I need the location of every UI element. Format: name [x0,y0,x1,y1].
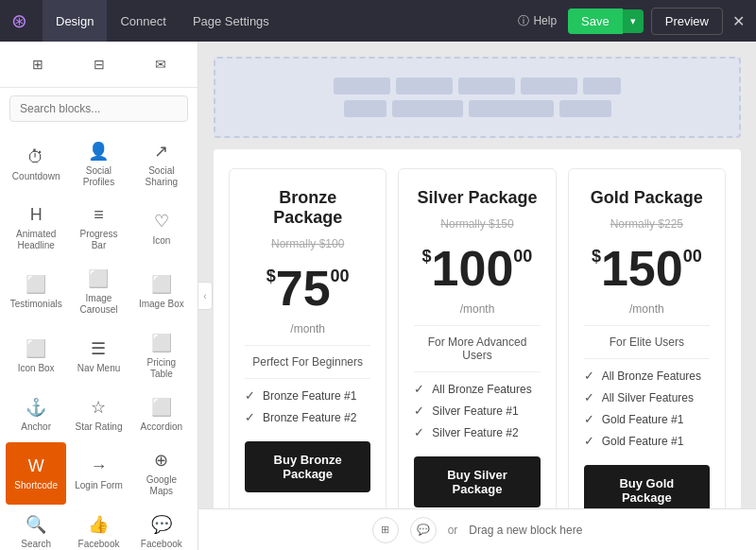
social-profiles-icon: 👤 [88,141,109,162]
sidebar-item-label-shortcode: Shortcode [14,480,58,491]
feature-text: Gold Feature #1 [602,435,684,448]
card-normally-gold: Normally $225 [584,217,710,231]
sidebar-item-icon[interactable]: ♡ Icon [131,198,192,259]
sidebar-item-label-nav-menu: Nav Menu [77,363,121,374]
canvas-bottom-bar: ⊞ 💬 or Drag a new block here [198,508,756,550]
sidebar-item-shortcode[interactable]: W Shortcode [6,442,66,505]
card-features-bronze: ✓ Bronze Feature #1 ✓ Bronze Feature #2 [245,378,370,424]
blocks-grid: ⏱ Countdown 👤 Social Profiles ↗ Social S… [0,129,198,550]
card-per-month-bronze: /month [245,322,370,335]
help-button[interactable]: ⓘ Help [518,13,557,29]
card-desc-gold: For Elite Users [584,325,710,349]
price-dollar: $ [266,267,276,284]
help-icon: ⓘ [518,13,529,29]
sidebar-item-nav-menu[interactable]: ☰ Nav Menu [68,325,129,387]
sidebar-item-testimonials[interactable]: ⬜ Testimonials [6,261,66,323]
feature-text: Silver Feature #2 [432,426,518,439]
sidebar-icon-btn-2[interactable]: ⊟ [69,49,129,79]
sidebar-item-progress-bar[interactable]: ≡ Progress Bar [68,198,129,259]
search-form-icon: 🔍 [26,514,46,535]
pricing-card-gold: Gold Package Normally $225 $ 150 00 /mon… [568,168,726,508]
check-icon: ✓ [414,425,424,439]
card-per-month-silver: /month [414,302,540,316]
nav-tab-design[interactable]: Design [43,0,107,42]
check-icon: ✓ [245,388,255,403]
sidebar-item-label-progress-bar: Progress Bar [72,229,125,251]
sidebar-item-label-anchor: Anchor [21,421,51,433]
sidebar-item-google-maps[interactable]: ⊕ Google Maps [131,442,192,505]
drag-label: or [448,524,458,537]
sidebar-item-facebook-like[interactable]: 👍 Facebook Like [68,507,129,550]
sidebar-item-label-icon: Icon [152,235,170,247]
close-button[interactable]: ✕ [732,12,745,30]
card-price-bronze: $ 75 00 [245,264,370,313]
search-input[interactable] [9,95,188,122]
bottom-icon-1[interactable]: ⊞ [372,517,399,543]
canvas-area: ‹ Bronze Pack [198,42,756,550]
sidebar-icon-btn-1[interactable]: ⊞ [8,49,67,79]
testimonials-icon: ⬜ [26,274,46,295]
price-cents: 00 [683,248,702,265]
pricing-table-icon: ⬜ [151,333,172,353]
card-btn-gold[interactable]: Buy Gold Package [584,465,710,508]
card-price-silver: $ 100 00 [414,244,540,293]
bottom-icon-2[interactable]: 💬 [410,517,437,543]
sidebar: ⊞ ⊟ ✉ ⏱ Countdown 👤 Social Profiles ↗ So… [0,42,198,550]
nav-menu-icon: ☰ [91,338,106,359]
sidebar-item-label-pricing-table: Pricing Table [135,357,188,380]
sidebar-item-icon-box[interactable]: ⬜ Icon Box [6,325,66,387]
sidebar-item-search-form[interactable]: 🔍 Search Form [6,507,66,550]
pricing-section: Bronze Package Normally $100 $ 75 00 /mo… [214,149,741,508]
search-container [0,88,198,129]
preview-button[interactable]: Preview [651,8,723,35]
check-icon: ✓ [584,390,594,404]
animated-headline-icon: H [30,205,43,225]
card-desc-bronze: Perfect For Beginners [245,345,370,369]
sidebar-item-facebook-comments[interactable]: 💬 Facebook Comments [131,507,192,550]
sidebar-item-star-rating[interactable]: ☆ Star Rating [68,389,129,440]
pricing-card-bronze: Bronze Package Normally $100 $ 75 00 /mo… [229,168,387,508]
sidebar-item-anchor[interactable]: ⚓ Anchor [6,389,66,440]
sidebar-item-image-box[interactable]: ⬜ Image Box [131,261,192,323]
sidebar-item-social-sharing[interactable]: ↗ Social Sharing [131,133,192,196]
feature-item: ✓ Silver Feature #1 [414,404,540,418]
sidebar-item-social-profiles[interactable]: 👤 Social Profiles [68,133,129,196]
login-form-icon: → [90,456,107,476]
countdown-icon: ⏱ [27,147,44,167]
app-logo: ⊛ [11,9,27,32]
sidebar-item-label-image-box: Image Box [139,299,184,310]
check-icon: ✓ [584,434,594,448]
sidebar-item-animated-headline[interactable]: H Animated Headline [6,198,66,259]
save-dropdown-button[interactable]: ▾ [623,9,644,33]
card-title-gold: Gold Package [584,188,710,208]
price-cents: 00 [331,267,350,284]
sidebar-item-pricing-table[interactable]: ⬜ Pricing Table [131,325,192,387]
card-normally-bronze: Normally $100 [245,237,370,250]
feature-item: ✓ Bronze Feature #1 [245,388,370,403]
sidebar-item-login-form[interactable]: → Login Form [68,442,129,505]
save-button[interactable]: Save [568,9,623,34]
sidebar-icon-btn-3[interactable]: ✉ [130,49,190,79]
social-sharing-icon: ↗ [154,141,168,162]
price-dollar: $ [422,248,432,265]
feature-text: All Silver Features [602,391,694,404]
check-icon: ✓ [584,369,594,383]
sidebar-item-label-accordion: Accordion [141,421,182,433]
nav-tab-connect[interactable]: Connect [107,0,179,42]
google-maps-icon: ⊕ [154,450,168,471]
sidebar-item-label-image-carousel: Image Carousel [72,293,125,316]
sidebar-item-countdown[interactable]: ⏱ Countdown [6,133,66,196]
card-normally-silver: Normally $150 [414,217,540,231]
sidebar-item-label-star-rating: Star Rating [75,421,122,433]
card-btn-silver[interactable]: Buy Silver Package [414,456,540,507]
feature-text: Gold Feature #1 [602,413,684,426]
feature-item: ✓ Silver Feature #2 [414,425,540,439]
nav-tab-page-settings[interactable]: Page Settings [180,0,283,42]
sidebar-item-accordion[interactable]: ⬜ Accordion [131,389,192,440]
sidebar-item-image-carousel[interactable]: ⬜ Image Carousel [68,261,129,323]
collapse-sidebar-button[interactable]: ‹ [198,282,213,310]
card-btn-bronze[interactable]: Buy Bronze Package [245,441,370,492]
top-nav: ⊛ Design Connect Page Settings ⓘ Help Sa… [0,0,756,42]
sidebar-item-label-animated-headline: Animated Headline [9,229,62,251]
sidebar-item-label-search-form: Search Form [9,539,62,550]
